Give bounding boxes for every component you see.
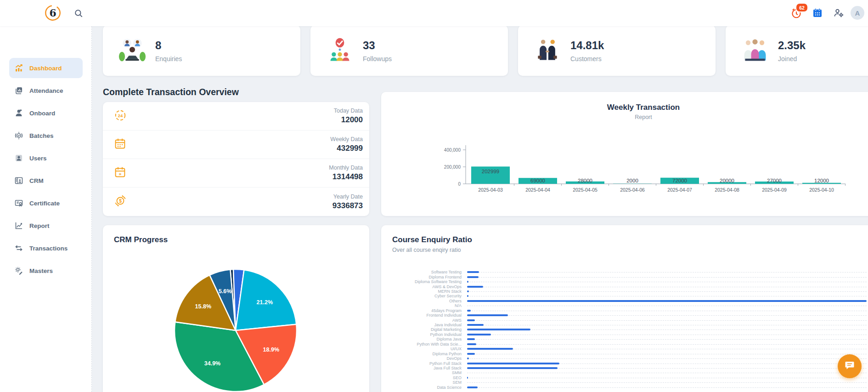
- stat-value: 33: [363, 39, 392, 52]
- sidebar-item-report[interactable]: Report: [9, 216, 83, 236]
- course-bar-row: SEM: [381, 380, 868, 385]
- sidebar-item-certificate[interactable]: Certificate: [9, 193, 83, 213]
- course-bar-label: Diploma Frontend: [381, 275, 464, 279]
- svg-text:27000: 27000: [767, 178, 782, 183]
- course-bar: [467, 314, 508, 316]
- stat-value: 8: [155, 39, 182, 52]
- sidebar-item-dashboard[interactable]: Dashboard: [9, 58, 83, 78]
- sidebar-item-label: Masters: [29, 267, 53, 274]
- topbar: 6 62 A: [0, 0, 868, 26]
- course-bar-label: Diploma Java: [381, 337, 464, 341]
- svg-text:21.2%: 21.2%: [257, 299, 273, 306]
- notification-badge: 62: [795, 3, 808, 12]
- course-bar: [467, 329, 530, 330]
- sidebar-item-masters[interactable]: Masters: [9, 261, 83, 281]
- stat-label: Followups: [363, 55, 392, 62]
- calendar-icon[interactable]: [812, 7, 823, 18]
- course-bar: [467, 295, 468, 297]
- svg-text:2025-04-05: 2025-04-05: [573, 187, 597, 193]
- weekly-calendar-icon: [114, 137, 126, 152]
- transaction-overview-card: 24 Today Data 12000 Weekly Data 432999 »…: [103, 102, 369, 216]
- course-bar-label: AWS & DevOps: [381, 284, 464, 289]
- weekly-transaction-card: 0200,000400,0002029992025-04-03690002025…: [381, 92, 868, 216]
- course-bar-label: N/A: [381, 303, 464, 308]
- enquiries-illustration: [118, 37, 146, 64]
- course-bar-row: Diploma Frontend: [381, 274, 868, 279]
- monthly-calendar-icon: »: [114, 166, 126, 180]
- transaction-row-label: Yearly Date: [333, 193, 363, 200]
- transaction-row: Weekly Data 432999: [103, 131, 369, 159]
- course-bar-label: Frontend Individual: [381, 313, 464, 318]
- sidebar-item-crm[interactable]: CRM: [9, 170, 83, 191]
- batches-icon: [14, 131, 23, 140]
- svg-text:202999: 202999: [482, 169, 499, 174]
- sidebar-item-users[interactable]: Users: [9, 148, 83, 168]
- course-bar-label: Cyber Security: [381, 294, 464, 298]
- course-bar-row: 45days Program: [381, 308, 868, 313]
- svg-text:34.9%: 34.9%: [204, 360, 220, 367]
- stat-label: Customers: [570, 55, 604, 62]
- course-bar-label: Diploma Software Testing: [381, 279, 464, 284]
- sidebar-item-label: Batches: [29, 132, 54, 139]
- sidebar-item-batches[interactable]: Batches: [9, 125, 83, 146]
- svg-text:20000: 20000: [720, 178, 734, 183]
- crm-pie-chart: 21.2%18.9%34.9%15.8%5.6%: [103, 225, 369, 392]
- stat-card-customers: 14.81k Customers: [518, 26, 716, 76]
- sidebar-item-transactions[interactable]: Transactions: [9, 238, 83, 258]
- course-chart-subtitle: Over all course enqiry ratio: [392, 247, 461, 253]
- transaction-row-label: Weekly Data: [330, 136, 363, 142]
- dashboard-icon: [14, 63, 23, 73]
- course-bar-row: UI/UX: [381, 347, 868, 351]
- transaction-row-value: 1314498: [329, 172, 363, 182]
- attendance-icon: [14, 86, 23, 95]
- app-logo[interactable]: 6: [44, 4, 62, 22]
- course-bar: [467, 358, 469, 359]
- course-bar: [467, 271, 479, 273]
- course-bar: [467, 281, 468, 283]
- search-icon[interactable]: [73, 8, 84, 18]
- notification-bell-icon[interactable]: 62: [790, 6, 804, 20]
- sidebar-item-label: CRM: [29, 177, 44, 184]
- course-bar-row: DevOps: [381, 356, 868, 361]
- course-bar-row: Others: [381, 299, 868, 303]
- course-bar: [467, 386, 478, 388]
- stats-row: 8 Enquiries 33 Followups 14.81k Customer…: [103, 26, 868, 76]
- course-bar-row: Java Full Stack: [381, 366, 868, 370]
- course-bar-label: Others: [381, 299, 464, 303]
- sidebar-menu: Dashboard Attendance Onboard Batches Use…: [0, 26, 91, 281]
- svg-text:5.6%: 5.6%: [219, 288, 232, 295]
- main-content: 8 Enquiries 33 Followups 14.81k Customer…: [92, 26, 868, 392]
- stat-label: Joined: [778, 55, 806, 62]
- sidebar-item-attendance[interactable]: Attendance: [9, 80, 83, 101]
- course-chart-title: Course Enquiry Ratio: [392, 235, 472, 244]
- course-bar-label: Digital Marketing: [381, 327, 464, 332]
- svg-text:2025-04-07: 2025-04-07: [667, 187, 692, 193]
- weekly-chart-subtitle: Report: [381, 114, 868, 120]
- course-bar-row: AWS: [381, 318, 868, 322]
- course-bar-label: MERN Stack: [381, 289, 464, 294]
- course-bar: [467, 367, 558, 369]
- chat-fab-button[interactable]: [838, 354, 862, 378]
- course-bar-label: Python Full Stack: [381, 361, 464, 366]
- svg-text:18.9%: 18.9%: [263, 347, 279, 353]
- transaction-row-label: Monthly Data: [329, 165, 363, 171]
- yearly-currency-icon: $: [114, 194, 127, 209]
- user-settings-icon[interactable]: [833, 7, 844, 18]
- svg-text:»: »: [119, 171, 122, 176]
- course-bar-row: Diploma Java: [381, 337, 868, 341]
- svg-text:2025-04-04: 2025-04-04: [525, 187, 550, 193]
- course-bar: [467, 324, 484, 326]
- stat-card-enquiries: 8 Enquiries: [103, 26, 300, 76]
- onboard-icon: [14, 108, 23, 118]
- course-bar-label: SEO: [381, 375, 464, 380]
- sidebar-item-onboard[interactable]: Onboard: [9, 103, 83, 123]
- svg-text:0: 0: [458, 182, 461, 187]
- svg-text:15.8%: 15.8%: [195, 303, 211, 310]
- svg-text:69000: 69000: [530, 178, 545, 183]
- course-bar-label: AWS: [381, 318, 464, 323]
- avatar[interactable]: A: [851, 6, 864, 20]
- transaction-row-value: 432999: [330, 144, 363, 153]
- stat-card-followups: 33 Followups: [310, 26, 508, 76]
- sidebar-item-label: Certificate: [29, 200, 60, 207]
- course-bar-row: MERN Stack: [381, 289, 868, 294]
